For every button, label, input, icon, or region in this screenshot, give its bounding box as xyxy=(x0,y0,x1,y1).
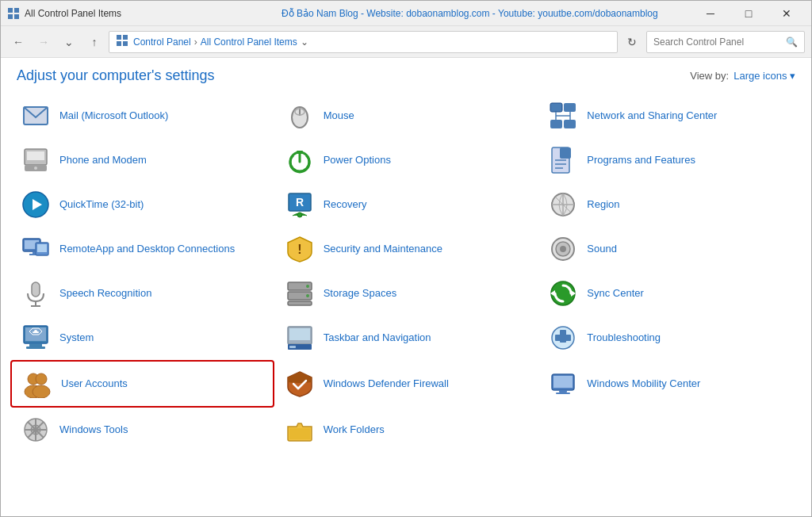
item-network[interactable]: Network and Sharing Center xyxy=(538,94,802,138)
speech-label[interactable]: Speech Recognition xyxy=(59,287,151,301)
svg-point-36 xyxy=(297,213,302,217)
recent-button[interactable]: ⌄ xyxy=(58,31,80,53)
path-chevron: › xyxy=(194,36,197,48)
user-icon xyxy=(21,368,53,400)
svg-rect-28 xyxy=(560,147,571,159)
blog-text: Đỗ Bảo Nam Blog - Website: dobaonamblog.… xyxy=(247,8,692,19)
svg-rect-75 xyxy=(555,335,571,341)
item-quicktime[interactable]: QuickTime (32-bit) xyxy=(10,182,274,227)
close-button[interactable]: ✕ xyxy=(768,1,805,26)
maximize-button[interactable]: □ xyxy=(730,1,767,26)
svg-rect-6 xyxy=(117,41,121,46)
item-storage[interactable]: Storage Spaces xyxy=(274,271,538,316)
security-label[interactable]: Security and Maintenance xyxy=(324,243,442,256)
power-label[interactable]: Power Options xyxy=(324,154,391,167)
troubleshoot-label[interactable]: Troubleshooting xyxy=(587,331,661,345)
back-button[interactable]: ← xyxy=(7,31,29,53)
quicktime-label[interactable]: QuickTime (32-bit) xyxy=(59,198,144,212)
svg-point-77 xyxy=(36,373,47,385)
address-dropdown[interactable]: ⌄ xyxy=(301,36,308,48)
power-icon xyxy=(284,144,316,176)
addressbar: ← → ⌄ ↑ Control Panel › All Control Pane… xyxy=(1,26,811,58)
mouse-label[interactable]: Mouse xyxy=(324,109,354,123)
forward-button[interactable]: → xyxy=(33,31,55,53)
svg-point-58 xyxy=(306,294,309,297)
sync-icon xyxy=(547,278,579,309)
search-input[interactable] xyxy=(653,36,786,48)
item-user[interactable]: User Accounts xyxy=(10,360,274,408)
programs-label[interactable]: Programs and Features xyxy=(587,154,695,167)
svg-point-57 xyxy=(306,285,309,288)
item-taskbar[interactable]: Taskbar and Navigation xyxy=(274,316,538,360)
item-recovery[interactable]: RRecovery xyxy=(274,182,538,227)
item-defender[interactable]: Windows Defender Firewall xyxy=(274,360,538,408)
window-controls: ─ □ ✕ xyxy=(692,1,805,26)
minimize-button[interactable]: ─ xyxy=(692,1,729,26)
svg-rect-26 xyxy=(297,151,303,154)
item-sync[interactable]: Sync Center xyxy=(538,271,802,316)
search-box[interactable]: 🔍 xyxy=(646,31,805,53)
tools-label[interactable]: Windows Tools xyxy=(59,423,128,437)
item-mouse[interactable]: Mouse xyxy=(274,94,538,138)
security-icon: ! xyxy=(284,233,316,265)
svg-text:!: ! xyxy=(297,243,301,256)
item-mail[interactable]: Mail (Microsoft Outlook) xyxy=(10,94,274,138)
up-button[interactable]: ↑ xyxy=(83,31,105,53)
item-programs[interactable]: Programs and Features xyxy=(538,138,802,182)
tools-icon xyxy=(20,414,52,446)
svg-rect-15 xyxy=(550,120,562,128)
svg-point-50 xyxy=(560,246,566,252)
path-allitems[interactable]: All Control Panel Items xyxy=(201,36,297,48)
svg-rect-3 xyxy=(14,14,19,19)
mail-label[interactable]: Mail (Microsoft Outlook) xyxy=(59,109,168,123)
view-by-label: View by: xyxy=(690,70,729,82)
item-power[interactable]: Power Options xyxy=(274,138,538,182)
item-speech[interactable]: Speech Recognition xyxy=(10,271,274,316)
svg-point-79 xyxy=(33,385,50,398)
item-work[interactable]: Work Folders xyxy=(274,408,538,452)
svg-rect-46 xyxy=(37,244,47,252)
defender-label[interactable]: Windows Defender Firewall xyxy=(324,377,449,391)
item-tools[interactable]: Windows Tools xyxy=(10,408,274,452)
svg-rect-4 xyxy=(117,35,121,40)
region-label[interactable]: Region xyxy=(587,198,619,212)
taskbar-label[interactable]: Taskbar and Navigation xyxy=(324,331,431,345)
troubleshoot-icon xyxy=(547,322,579,354)
recovery-label[interactable]: Recovery xyxy=(324,198,367,212)
refresh-button[interactable]: ↻ xyxy=(621,31,643,53)
sound-label[interactable]: Sound xyxy=(587,243,617,256)
item-troubleshoot[interactable]: Troubleshooting xyxy=(538,316,802,360)
address-box[interactable]: Control Panel › All Control Panel Items … xyxy=(109,31,618,53)
window-icon xyxy=(7,7,20,20)
view-by-value[interactable]: Large icons ▾ xyxy=(733,70,795,82)
remote-label[interactable]: RemoteApp and Desktop Connections xyxy=(59,243,235,256)
svg-rect-70 xyxy=(289,328,310,340)
address-icon xyxy=(116,34,128,49)
page-title: Adjust your computer's settings xyxy=(17,67,215,84)
mobility-label[interactable]: Windows Mobility Center xyxy=(587,377,700,391)
storage-label[interactable]: Storage Spaces xyxy=(324,287,397,301)
item-system[interactable]: System xyxy=(10,316,274,360)
svg-rect-72 xyxy=(289,346,296,348)
svg-rect-14 xyxy=(564,103,576,112)
item-region[interactable]: Region xyxy=(538,182,802,227)
network-label[interactable]: Network and Sharing Center xyxy=(587,109,717,123)
path-controlpanel[interactable]: Control Panel xyxy=(133,36,191,48)
items-area: Mail (Microsoft Outlook)MouseNetwork and… xyxy=(1,90,811,516)
item-mobility[interactable]: Windows Mobility Center xyxy=(538,360,802,408)
sound-icon xyxy=(547,233,579,265)
svg-rect-5 xyxy=(123,35,128,40)
user-label[interactable]: User Accounts xyxy=(61,377,128,391)
svg-rect-56 xyxy=(288,301,312,305)
item-security[interactable]: !Security and Maintenance xyxy=(274,227,538,271)
item-sound[interactable]: Sound xyxy=(538,227,802,271)
window-title: All Control Panel Items xyxy=(25,8,247,19)
network-icon xyxy=(547,100,579,132)
work-label[interactable]: Work Folders xyxy=(324,423,385,437)
item-phone[interactable]: Phone and Modem xyxy=(10,138,274,182)
item-remote[interactable]: RemoteApp and Desktop Connections xyxy=(10,227,274,271)
system-label[interactable]: System xyxy=(59,331,94,345)
storage-icon xyxy=(284,278,316,309)
phone-label[interactable]: Phone and Modem xyxy=(59,154,147,167)
sync-label[interactable]: Sync Center xyxy=(587,287,644,301)
